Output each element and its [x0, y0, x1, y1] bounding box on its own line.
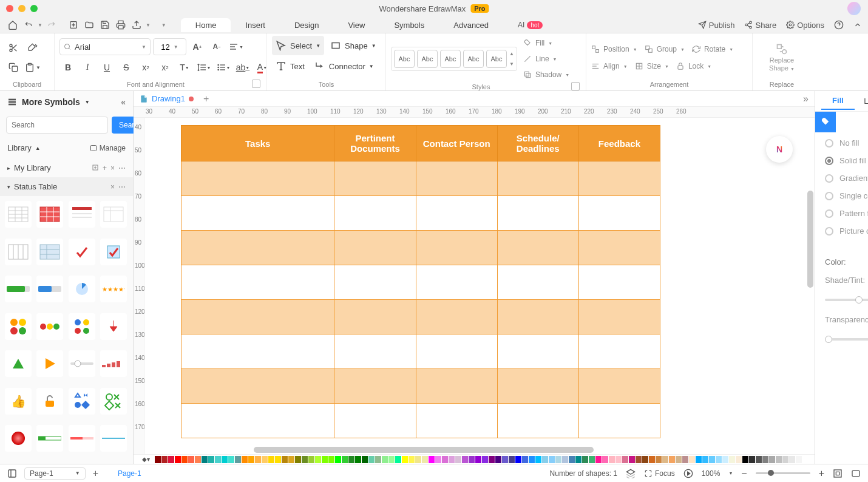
vertical-ruler[interactable]: 405060708090100110120130140150160170 [134, 118, 144, 454]
ai-button[interactable]: AI hot [518, 21, 543, 29]
color-swatch[interactable] [609, 456, 615, 463]
options-button[interactable]: Options [786, 21, 824, 30]
style-preset-4[interactable]: Abc [463, 50, 484, 68]
document-tab-1[interactable]: Drawing1 [140, 94, 194, 103]
color-swatch[interactable] [181, 456, 188, 463]
shape-table-3[interactable] [69, 201, 95, 228]
color-swatch[interactable] [762, 456, 768, 463]
color-swatch[interactable] [315, 456, 321, 463]
gallery-down[interactable]: ▼ [509, 61, 514, 67]
tab-design[interactable]: Design [280, 18, 333, 32]
color-swatch[interactable] [656, 456, 662, 463]
ai-assistant-button[interactable]: N [766, 136, 793, 163]
color-swatch[interactable] [429, 456, 435, 463]
color-swatch[interactable] [782, 456, 788, 463]
shape-table-4[interactable] [100, 201, 127, 228]
home-icon[interactable] [6, 18, 19, 32]
font-size-select[interactable]: 12▼ [153, 38, 186, 55]
color-swatch[interactable] [248, 456, 254, 463]
close-window-button[interactable] [6, 5, 13, 12]
add-page-button[interactable]: + [93, 468, 98, 479]
zoom-out-button[interactable]: − [741, 468, 747, 479]
color-swatch[interactable] [208, 456, 214, 463]
status-table-shape[interactable]: TasksPertinent DocumentsContact PersonSc… [181, 125, 660, 438]
color-swatch[interactable] [542, 456, 548, 463]
color-swatch[interactable] [549, 456, 555, 463]
style-preset-5[interactable]: Abc [486, 50, 507, 68]
redo-button[interactable] [45, 18, 58, 32]
open-button[interactable] [83, 18, 96, 32]
color-swatch[interactable] [716, 456, 722, 463]
collapse-ribbon-button[interactable] [853, 21, 862, 29]
font-dialog-launcher[interactable] [252, 80, 260, 88]
color-swatch[interactable] [295, 456, 301, 463]
color-swatch[interactable] [462, 456, 468, 463]
color-swatch[interactable] [636, 456, 642, 463]
color-swatch[interactable] [382, 456, 388, 463]
styles-dialog-launcher[interactable] [571, 82, 580, 90]
gallery-up[interactable]: ▲ [509, 51, 514, 56]
text-case-button[interactable]: T▼ [176, 59, 193, 76]
color-swatch[interactable] [215, 456, 221, 463]
minimize-window-button[interactable] [18, 5, 25, 12]
presentation-button[interactable] [683, 469, 693, 478]
color-swatch[interactable] [736, 456, 742, 463]
vertical-scrollbar[interactable] [807, 191, 813, 288]
page-panel-toggle[interactable] [7, 469, 17, 478]
color-swatch[interactable] [375, 456, 381, 463]
shape-icons-1[interactable] [69, 388, 95, 415]
shape-progress-green[interactable] [5, 276, 32, 302]
color-swatch[interactable] [475, 456, 481, 463]
color-swatch[interactable] [642, 456, 648, 463]
fill-opt-pattern[interactable]: Pattern fill [825, 209, 868, 218]
color-swatch[interactable] [442, 456, 448, 463]
color-swatch[interactable] [689, 456, 695, 463]
color-swatch[interactable] [328, 456, 334, 463]
color-swatch[interactable] [515, 456, 521, 463]
shape-lights-2[interactable] [36, 313, 63, 340]
group-menu[interactable]: Group▼ [645, 42, 685, 56]
shape-line-blue[interactable] [100, 425, 127, 452]
color-swatch[interactable] [696, 456, 702, 463]
subscript-button[interactable]: x2 [157, 59, 174, 76]
color-swatch[interactable] [255, 456, 261, 463]
color-picker-button[interactable]: ◆▾ [140, 455, 152, 464]
increase-font-button[interactable]: A+ [189, 38, 206, 55]
color-swatch[interactable] [682, 456, 688, 463]
shape-signal[interactable] [100, 350, 127, 377]
shape-lights-1[interactable] [5, 313, 32, 340]
shape-thumbs-up[interactable]: 👍 [5, 388, 32, 415]
color-swatch[interactable] [288, 456, 294, 463]
shape-arrow-down[interactable] [100, 313, 127, 340]
color-swatch[interactable] [228, 456, 234, 463]
shape-bar-orange[interactable] [69, 425, 95, 452]
color-swatch[interactable] [495, 456, 501, 463]
shape-table-1[interactable] [5, 201, 32, 228]
undo-button[interactable] [22, 18, 35, 32]
shape-sphere-red[interactable] [5, 425, 32, 452]
color-swatch[interactable] [322, 456, 328, 463]
undo-dropdown[interactable]: ▼ [38, 22, 42, 28]
color-swatch[interactable] [589, 456, 595, 463]
fill-opt-single-gradient[interactable]: Single color gradient fill [825, 191, 868, 200]
color-swatch[interactable] [529, 456, 535, 463]
color-swatch[interactable] [709, 456, 715, 463]
color-swatch[interactable] [522, 456, 528, 463]
clear-format-button[interactable]: ab▼ [234, 59, 251, 76]
symbol-search-input[interactable] [6, 117, 108, 134]
shape-stars[interactable]: ★★★★★ [100, 276, 127, 302]
tab-view[interactable]: View [333, 18, 379, 32]
color-swatch[interactable] [622, 456, 628, 463]
focus-button[interactable]: Focus [644, 469, 675, 478]
color-swatch[interactable] [802, 456, 809, 463]
page-selector[interactable]: Page-1▼ [24, 467, 86, 480]
section-more-icon[interactable]: ⋯ [118, 183, 126, 191]
tab-advanced[interactable]: Advanced [439, 18, 503, 32]
library-heading[interactable]: Library [7, 143, 32, 152]
color-swatch[interactable] [188, 456, 194, 463]
underline-button[interactable]: U [98, 59, 115, 76]
color-swatch[interactable] [435, 456, 441, 463]
color-swatch[interactable] [776, 456, 782, 463]
color-swatch[interactable] [595, 456, 602, 463]
zoom-percent[interactable]: 100% [702, 469, 721, 478]
